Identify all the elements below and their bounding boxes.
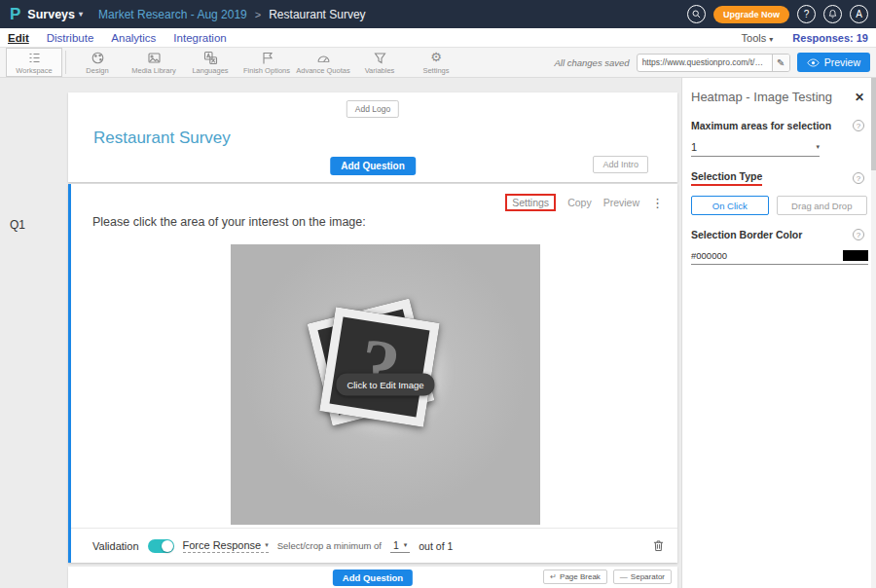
breadcrumb-folder[interactable]: Market Research - Aug 2019 (98, 8, 247, 21)
selection-type-row: Selection Type ? (682, 170, 876, 186)
separator-icon: — (620, 572, 628, 581)
border-color-value[interactable]: #000000 (691, 250, 727, 261)
help-button[interactable]: ? (797, 5, 816, 23)
toolbar-item-variables[interactable]: Variables (351, 48, 408, 77)
tools-menu[interactable]: Tools ▾ (742, 32, 774, 44)
search-button[interactable] (687, 5, 706, 23)
selection-type-buttons: On Click Drag and Drop (691, 196, 867, 215)
max-areas-label: Maximum areas for selection (691, 120, 831, 131)
survey-url[interactable]: https://www.questionpro.com/t/APNrFZ (638, 57, 772, 67)
minimum-select-dropdown[interactable]: 1 ▾ (390, 539, 410, 553)
border-color-swatch[interactable] (843, 250, 868, 261)
toolbar-item-media-library[interactable]: Media Library (126, 48, 182, 77)
preview-button[interactable]: Preview (797, 53, 870, 72)
tab-analytics[interactable]: Analytics (111, 32, 156, 44)
tab-edit[interactable]: Edit (8, 32, 29, 44)
responses-count[interactable]: Responses: 19 (792, 32, 868, 44)
force-response-dropdown[interactable]: Force Response ▾ (183, 539, 269, 553)
page-break-button[interactable]: ↵ Page Break (543, 570, 607, 584)
topbar-actions: Upgrade Now ? A (687, 5, 868, 23)
selection-type-label: Selection Type (691, 170, 762, 186)
separator-label: Separator (631, 572, 665, 581)
add-question-strip: Add Question ↵ Page Break — Separator (68, 567, 677, 588)
tab-integration[interactable]: Integration (173, 32, 226, 44)
separator-button[interactable]: — Separator (613, 570, 672, 584)
help-icon[interactable]: ? (853, 172, 864, 184)
search-icon (691, 9, 702, 19)
panel-header: Heatmap - Image Testing ✕ (682, 78, 876, 114)
click-to-edit-image-button[interactable]: Click to Edit Image (336, 374, 434, 396)
question-text[interactable]: Please click the area of your interest o… (92, 215, 366, 229)
toolbar-item-advance-quotas[interactable]: Advance Quotas (295, 48, 351, 77)
add-question-button[interactable]: Add Question (330, 157, 416, 175)
minimum-select-label: Select/crop a minimum of (277, 540, 382, 551)
toolbar-item-languages[interactable]: Languages (182, 48, 238, 77)
translate-icon (203, 51, 218, 65)
autosave-status: All changes saved (555, 57, 630, 68)
survey-url-box: https://www.questionpro.com/t/APNrFZ ✎ (637, 54, 790, 72)
scrollbar-thumb[interactable] (871, 78, 876, 170)
workspace-icon (27, 51, 42, 65)
toolbar-item-settings[interactable]: ⚙ Settings (408, 48, 464, 77)
toolbar-item-label: Finish Options (243, 66, 290, 75)
help-icon[interactable]: ? (853, 120, 864, 131)
image-icon (147, 51, 162, 65)
questionpro-logo[interactable]: P (10, 5, 20, 24)
heatmap-image-placeholder[interactable]: ? Click to Edit Image (231, 244, 540, 525)
toolbar-item-workspace[interactable]: Workspace (6, 48, 62, 77)
max-areas-row: Maximum areas for selection ? (682, 120, 876, 131)
toolbar-item-finish-options[interactable]: Finish Options (238, 48, 295, 77)
force-response-label: Force Response (183, 539, 262, 551)
edit-url-button[interactable]: ✎ (772, 55, 789, 71)
toggle-knob (162, 540, 173, 552)
out-of-label: out of 1 (419, 540, 453, 552)
border-color-input-row: #000000 (691, 250, 868, 265)
notifications-button[interactable] (823, 5, 842, 23)
question-copy-button[interactable]: Copy (567, 197, 592, 208)
caret-down-icon: ▾ (79, 10, 83, 18)
question-mark-glyph: ? (353, 320, 406, 414)
edit-toolbar: Workspace Design Media Library Languages… (0, 47, 876, 78)
survey-title[interactable]: Restaurant Survey (93, 129, 231, 148)
surveys-menu[interactable]: Surveys ▾ (27, 8, 83, 21)
question-number: Q1 (10, 218, 25, 232)
delete-question-button[interactable] (653, 539, 664, 552)
help-icon[interactable]: ? (853, 229, 864, 240)
close-icon[interactable]: ✕ (855, 91, 864, 104)
minimum-select-value: 1 (393, 539, 399, 551)
question-settings-button[interactable]: Settings (505, 194, 556, 211)
toolbar-item-label: Variables (365, 66, 395, 75)
toolbar-right: All changes saved https://www.questionpr… (555, 53, 870, 72)
more-options-icon[interactable]: ⋮ (651, 196, 664, 210)
nav-right: Tools ▾ Responses: 19 (742, 32, 868, 44)
photo-front: ? (319, 308, 440, 428)
avatar[interactable]: A (850, 5, 868, 23)
bell-icon (827, 9, 838, 19)
pencil-icon: ✎ (777, 57, 785, 68)
add-question-bottom-button[interactable]: Add Question (333, 570, 413, 586)
tab-distribute[interactable]: Distribute (47, 32, 94, 44)
question-card: Settings Copy Preview ⋮ Please click the… (68, 184, 677, 563)
question-preview-button[interactable]: Preview (603, 197, 639, 208)
toolbar-item-label: Workspace (16, 66, 52, 75)
validation-toggle[interactable] (148, 539, 174, 553)
panel-scrollbar[interactable] (871, 78, 876, 588)
caret-down-icon: ▾ (769, 35, 773, 44)
gauge-icon (316, 51, 331, 65)
add-intro-button[interactable]: Add Intro (593, 156, 648, 173)
max-areas-value: 1 (691, 141, 697, 153)
page-break-icon: ↵ (550, 572, 557, 581)
max-areas-select[interactable]: 1 ▾ (691, 141, 820, 157)
panel-title: Heatmap - Image Testing (691, 90, 832, 104)
on-click-button[interactable]: On Click (691, 196, 769, 215)
main-nav: Edit Distribute Analytics Integration To… (0, 28, 876, 47)
surveys-menu-label: Surveys (27, 8, 75, 21)
upgrade-button[interactable]: Upgrade Now (713, 6, 789, 23)
page-break-label: Page Break (560, 572, 601, 581)
caret-down-icon: ▾ (816, 143, 820, 151)
drag-and-drop-button[interactable]: Drag and Drop (777, 196, 867, 215)
toolbar-item-label: Languages (192, 66, 228, 75)
top-bar: P Surveys ▾ Market Research - Aug 2019 >… (0, 0, 876, 28)
toolbar-item-design[interactable]: Design (69, 48, 126, 77)
add-logo-button[interactable]: Add Logo (347, 100, 399, 118)
